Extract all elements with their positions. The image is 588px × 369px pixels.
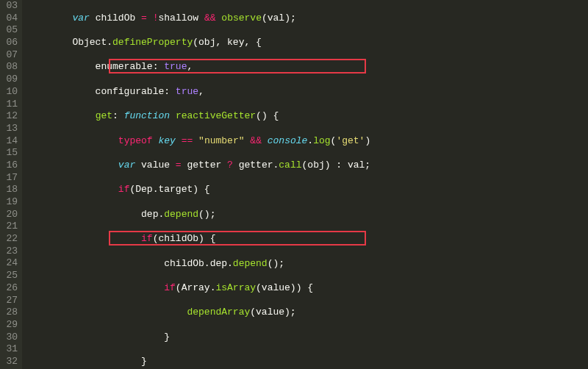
line-number: 15 (0, 147, 18, 160)
code-line[interactable]: Object.defineProperty(obj, key, { (26, 37, 588, 49)
line-number: 08 (0, 61, 18, 74)
line-number: 13 (0, 123, 18, 135)
line-number: 27 (0, 295, 18, 307)
code-line[interactable]: if(Array.isArray(value)) { (26, 282, 588, 295)
line-number: 29 (0, 319, 18, 332)
code-line[interactable]: if(childOb) { (26, 233, 588, 246)
code-line[interactable]: enumerable: true, (26, 61, 588, 74)
code-line[interactable]: } (26, 356, 588, 368)
code-line[interactable]: var childOb = !shallow && observe(val); (26, 12, 588, 25)
line-number: 18 (0, 184, 18, 196)
line-number: 14 (0, 135, 18, 148)
line-number: 16 (0, 160, 18, 172)
code-line[interactable]: dep.depend(); (26, 209, 588, 221)
code-line[interactable]: childOb.dep.depend(); (26, 258, 588, 271)
line-number: 23 (0, 246, 18, 258)
line-number: 04 (0, 12, 18, 25)
line-number: 21 (0, 221, 18, 233)
line-number: 12 (0, 110, 18, 123)
line-number: 10 (0, 86, 18, 98)
code-line[interactable]: } (26, 332, 588, 344)
line-number: 25 (0, 270, 18, 282)
line-number: 22 (0, 233, 18, 246)
line-number: 05 (0, 24, 18, 37)
line-number: 28 (0, 307, 18, 319)
code-line[interactable]: dependArray(value); (26, 307, 588, 319)
line-number: 03 (0, 0, 18, 12)
code-line[interactable]: get: function reactiveGetter() { (26, 110, 588, 123)
line-number: 07 (0, 49, 18, 62)
line-number: 24 (0, 257, 18, 270)
line-number: 19 (0, 196, 18, 209)
line-number: 11 (0, 98, 18, 111)
code-line[interactable]: typeof key == "number" && console.log('g… (26, 135, 588, 148)
code-line[interactable]: if(Dep.target) { (26, 184, 588, 196)
line-number: 17 (0, 172, 18, 184)
code-area[interactable]: var childOb = !shallow && observe(val); … (22, 0, 588, 369)
line-number: 06 (0, 37, 18, 49)
line-number: 20 (0, 209, 18, 221)
code-editor[interactable]: 03 04 05 06 07 08 09 10 11 12 13 14 15 1… (0, 0, 588, 369)
code-line[interactable]: configurable: true, (26, 86, 588, 98)
line-number: 31 (0, 343, 18, 356)
line-number-gutter: 03 04 05 06 07 08 09 10 11 12 13 14 15 1… (0, 0, 22, 369)
line-number: 32 (0, 356, 18, 368)
line-number: 30 (0, 332, 18, 344)
line-number: 09 (0, 74, 18, 86)
code-line[interactable]: var value = getter ? getter.call(obj) : … (26, 160, 588, 172)
line-number: 26 (0, 282, 18, 295)
